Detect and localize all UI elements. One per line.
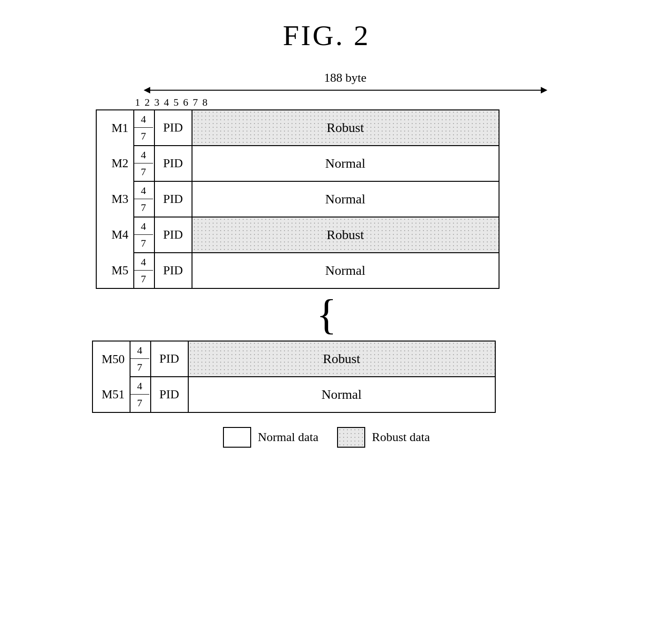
row-label: M5 xyxy=(96,253,134,288)
upper-table-wrapper: M1 4 7 PIDRobustM2 4 7 PIDNormalM3 4 7 P… xyxy=(92,109,561,289)
cell-pid: PID xyxy=(154,110,192,146)
cell-47: 4 7 xyxy=(134,253,154,288)
legend-normal-box xyxy=(223,427,251,448)
cell-47: 4 7 xyxy=(134,146,154,181)
legend-robust-box xyxy=(337,427,365,448)
arrow-head-left-icon xyxy=(144,87,150,93)
arrow-head-right-icon xyxy=(541,87,547,93)
row-label: M4 xyxy=(96,217,134,253)
arrow-shaft xyxy=(150,90,541,91)
cell-pid: PID xyxy=(151,341,188,377)
cell-pid: PID xyxy=(154,146,192,181)
legend-normal-label: Normal data xyxy=(258,430,318,444)
arrow-line xyxy=(144,87,547,93)
cell-47: 4 7 xyxy=(134,110,154,146)
cell-47: 4 7 xyxy=(130,377,151,412)
cell-7: 7 xyxy=(134,199,153,216)
cell-data-robust: Robust xyxy=(192,110,499,146)
legend-normal: Normal data xyxy=(223,427,318,448)
row-label: M3 xyxy=(96,181,134,217)
cell-7: 7 xyxy=(134,271,153,287)
cell-data-normal: Normal xyxy=(192,146,499,181)
cell-data-normal: Normal xyxy=(192,181,499,217)
row-label: M2 xyxy=(96,146,134,181)
row-label: M1 xyxy=(96,110,134,146)
byte-label: 188 byte xyxy=(324,71,366,85)
upper-table: M1 4 7 PIDRobustM2 4 7 PIDNormalM3 4 7 P… xyxy=(96,109,499,289)
cell-47: 4 7 xyxy=(134,181,154,217)
legend-section: Normal data Robust data xyxy=(92,427,561,448)
cell-4: 4 xyxy=(134,111,153,128)
byte-arrow-section: 188 byte xyxy=(144,71,547,93)
row-label: M50 xyxy=(92,341,130,377)
row-label: M51 xyxy=(92,377,130,412)
cell-4: 4 xyxy=(131,342,149,359)
cell-7: 7 xyxy=(131,359,149,376)
continuation-symbol: { xyxy=(92,294,561,336)
cell-4: 4 xyxy=(131,378,149,395)
cell-pid: PID xyxy=(154,253,192,288)
cell-data-normal: Normal xyxy=(188,377,495,412)
cell-7: 7 xyxy=(134,163,153,180)
cell-pid: PID xyxy=(151,377,188,412)
cell-7: 7 xyxy=(131,395,149,411)
cell-data-robust: Robust xyxy=(192,217,499,253)
lower-table-wrapper: M50 4 7 PIDRobustM51 4 7 PIDNormal xyxy=(92,341,561,413)
cell-4: 4 xyxy=(134,254,153,271)
cell-pid: PID xyxy=(154,181,192,217)
cell-data-normal: Normal xyxy=(192,253,499,288)
cell-4: 4 xyxy=(134,147,153,163)
col-numbers: 1 2 3 4 5 6 7 8 xyxy=(133,96,209,109)
cell-pid: PID xyxy=(154,217,192,253)
lower-table: M50 4 7 PIDRobustM51 4 7 PIDNormal xyxy=(92,341,496,413)
page-container: FIG. 2 188 byte 1 2 3 4 5 6 7 8 M1 4 7 P… xyxy=(0,0,653,644)
cell-7: 7 xyxy=(134,235,153,252)
cell-7: 7 xyxy=(134,128,153,145)
cell-47: 4 7 xyxy=(130,341,151,377)
cell-4: 4 xyxy=(134,182,153,199)
cell-data-robust: Robust xyxy=(188,341,495,377)
legend-robust-label: Robust data xyxy=(372,430,430,444)
fig-title: FIG. 2 xyxy=(283,19,370,52)
legend-robust: Robust data xyxy=(337,427,430,448)
cell-47: 4 7 xyxy=(134,217,154,253)
cell-4: 4 xyxy=(134,218,153,235)
